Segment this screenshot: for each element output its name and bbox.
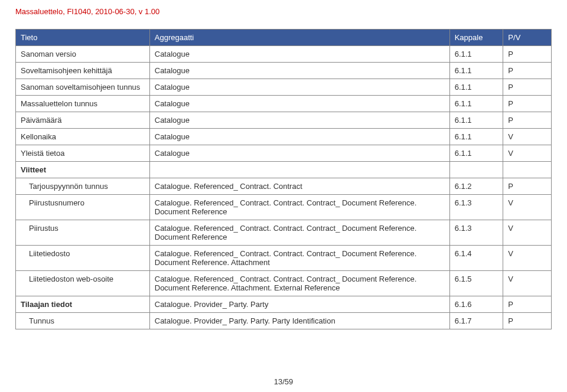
- cell-pv: V: [503, 271, 552, 296]
- cell-pv: V: [503, 129, 552, 145]
- cell-agg: Catalogue. Referenced_ Contract. Contrac…: [149, 271, 449, 296]
- spec-table: Tieto Aggregaatti Kappale P/V Sanoman ve…: [15, 29, 552, 329]
- cell-agg: Catalogue: [149, 145, 449, 162]
- cell-pv: P: [503, 46, 552, 63]
- cell-agg: Catalogue: [149, 129, 449, 145]
- cell-kappale: 6.1.1: [449, 112, 503, 129]
- cell-kappale: 6.1.3: [449, 220, 503, 246]
- cell-agg: Catalogue: [149, 96, 449, 112]
- cell-pv: P: [503, 79, 552, 96]
- cell-tieto: Sanoman versio: [16, 46, 150, 63]
- table-row: Sanoman versio Catalogue 6.1.1 P: [16, 46, 552, 63]
- cell-tieto: Liitetiedoston web-osoite: [16, 271, 150, 296]
- cell-pv: V: [503, 145, 552, 162]
- cell-agg: Catalogue: [149, 63, 449, 79]
- cell-agg: Catalogue. Referenced_ Contract. Contrac…: [149, 178, 449, 195]
- cell-kappale: 6.1.1: [449, 145, 503, 162]
- col-aggregaatti: Aggregaatti: [149, 30, 449, 46]
- cell-tieto: Tarjouspyynnön tunnus: [16, 178, 150, 195]
- cell-kappale: 6.1.2: [449, 178, 503, 195]
- section-label: Tilaajan tiedot: [16, 296, 150, 313]
- cell-tieto: Päivämäärä: [16, 112, 150, 129]
- table-row: Yleistä tietoa Catalogue 6.1.1 V: [16, 145, 552, 162]
- col-kappale: Kappale: [449, 30, 503, 46]
- table-row: Päivämäärä Catalogue 6.1.1 P: [16, 112, 552, 129]
- section-label: Viitteet: [16, 162, 150, 178]
- main-table-wrap: Tieto Aggregaatti Kappale P/V Sanoman ve…: [0, 16, 567, 329]
- cell-tieto: Massaluettelon tunnus: [16, 96, 150, 112]
- cell-kappale: 6.1.1: [449, 96, 503, 112]
- table-row: Massaluettelon tunnus Catalogue 6.1.1 P: [16, 96, 552, 112]
- table-row: Liitetiedoston web-osoite Catalogue. Ref…: [16, 271, 552, 296]
- table-row: Piirustus Catalogue. Referenced_ Contrac…: [16, 220, 552, 246]
- table-row: Soveltamisohjeen kehittäjä Catalogue 6.1…: [16, 63, 552, 79]
- cell-kappale: 6.1.1: [449, 63, 503, 79]
- cell-kappale: 6.1.1: [449, 46, 503, 63]
- table-row: Liitetiedosto Catalogue. Referenced_ Con…: [16, 246, 552, 271]
- empty-cell: [449, 162, 503, 178]
- table-row: Kellonaika Catalogue 6.1.1 V: [16, 129, 552, 145]
- cell-pv: P: [503, 296, 552, 313]
- cell-kappale: 6.1.3: [449, 195, 503, 220]
- cell-tieto: Kellonaika: [16, 129, 150, 145]
- cell-kappale: 6.1.6: [449, 296, 503, 313]
- cell-tieto: Soveltamisohjeen kehittäjä: [16, 63, 150, 79]
- cell-agg: Catalogue. Provider_ Party. Party. Party…: [149, 313, 449, 329]
- cell-agg: Catalogue: [149, 79, 449, 96]
- document-header: Massaluettelo, FI1040, 2010-06-30, v 1.0…: [0, 0, 567, 16]
- cell-pv: V: [503, 246, 552, 271]
- cell-kappale: 6.1.5: [449, 271, 503, 296]
- cell-kappale: 6.1.1: [449, 79, 503, 96]
- cell-tieto: Piirustusnumero: [16, 195, 150, 220]
- cell-tieto: Sanoman soveltamisohjeen tunnus: [16, 79, 150, 96]
- page-number: 13/59: [0, 377, 567, 386]
- cell-tieto: Piirustus: [16, 220, 150, 246]
- cell-kappale: 6.1.7: [449, 313, 503, 329]
- tilaajan-row: Tilaajan tiedot Catalogue. Provider_ Par…: [16, 296, 552, 313]
- cell-pv: V: [503, 195, 552, 220]
- col-pv: P/V: [503, 30, 552, 46]
- col-tieto: Tieto: [16, 30, 150, 46]
- cell-tieto: Liitetiedosto: [16, 246, 150, 271]
- table-row: Piirustusnumero Catalogue. Referenced_ C…: [16, 195, 552, 220]
- cell-agg: Catalogue. Referenced_ Contract. Contrac…: [149, 220, 449, 246]
- section-viitteet: Viitteet: [16, 162, 552, 178]
- empty-cell: [149, 162, 449, 178]
- cell-tieto: Yleistä tietoa: [16, 145, 150, 162]
- cell-pv: P: [503, 112, 552, 129]
- cell-pv: V: [503, 220, 552, 246]
- cell-agg: Catalogue: [149, 112, 449, 129]
- cell-pv: P: [503, 313, 552, 329]
- table-row: Sanoman soveltamisohjeen tunnus Catalogu…: [16, 79, 552, 96]
- cell-agg: Catalogue. Provider_ Party. Party: [149, 296, 449, 313]
- cell-pv: P: [503, 96, 552, 112]
- table-header-row: Tieto Aggregaatti Kappale P/V: [16, 30, 552, 46]
- cell-agg: Catalogue. Referenced_ Contract. Contrac…: [149, 195, 449, 220]
- table-row: Tarjouspyynnön tunnus Catalogue. Referen…: [16, 178, 552, 195]
- empty-cell: [503, 162, 552, 178]
- cell-kappale: 6.1.4: [449, 246, 503, 271]
- cell-kappale: 6.1.1: [449, 129, 503, 145]
- cell-tieto: Tunnus: [16, 313, 150, 329]
- cell-agg: Catalogue: [149, 46, 449, 63]
- cell-pv: P: [503, 63, 552, 79]
- cell-agg: Catalogue. Referenced_ Contract. Contrac…: [149, 246, 449, 271]
- cell-pv: P: [503, 178, 552, 195]
- table-row: Tunnus Catalogue. Provider_ Party. Party…: [16, 313, 552, 329]
